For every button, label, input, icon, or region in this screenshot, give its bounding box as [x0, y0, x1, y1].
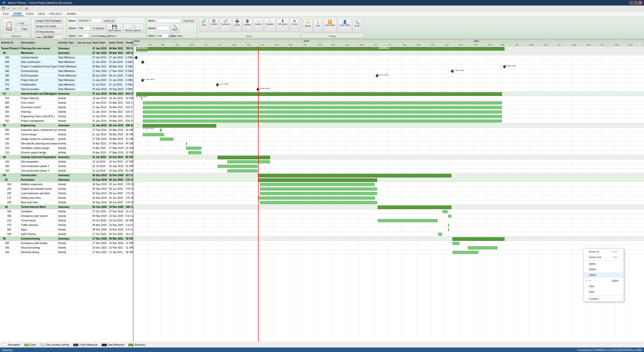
- close-btn[interactable]: ✕: [638, 1, 642, 5]
- table-row[interactable]: 340 Ventilation Activity 27 Oct 2020 07 …: [0, 209, 133, 214]
- gantt-body[interactable]: 07 Jan 201907 Jan 201921 Jan 201907 Jan …: [133, 46, 644, 342]
- menu-file[interactable]: FILE: [1, 12, 11, 16]
- save-layout-btn[interactable]: 💾 Save Layout: [106, 24, 123, 33]
- table-row[interactable]: 020 Engineering Team Lead (ETL) Activity…: [0, 114, 133, 119]
- table-row[interactable]: 140 Unit construction phase 2 Activity 2…: [0, 169, 133, 173]
- outdent-btn[interactable]: ←Outdent: [264, 18, 275, 32]
- zoom-400-item[interactable]: 400%: [584, 261, 624, 267]
- table-row[interactable]: 02 Tunnel Internal Work Summary 09 Jun 2…: [0, 205, 133, 209]
- table-row[interactable]: 250 Emergency alert testing Activity 17 …: [0, 241, 133, 246]
- delete-btn[interactable]: 🗑Delete: [242, 18, 253, 32]
- table-row[interactable]: 330 Light Fixtures Activity 17 Oct 2020 …: [0, 232, 133, 237]
- sort-btn[interactable]: ↕Sort: [313, 19, 322, 33]
- table-row[interactable]: 120 Ventilation system design Activity 2…: [0, 146, 133, 150]
- table-row[interactable]: 050 Planning Activity 21 Jan 2019 04 Mar…: [0, 110, 133, 114]
- table-row[interactable]: 03 Casting Yard and Preparation Summary …: [0, 155, 133, 160]
- table-row[interactable]: 080 Document control Activity 21 Jan 201…: [0, 105, 133, 110]
- zoom-200-item[interactable]: 200%: [584, 267, 624, 272]
- fill-down-btn[interactable]: ⬇Fill Down: [276, 18, 289, 32]
- table-row[interactable]: 350 Emergency alert system Activity 08 N…: [0, 214, 133, 218]
- table-row[interactable]: 110 Ground support design Activity 29 Ap…: [0, 150, 133, 155]
- menu-admin[interactable]: ADMIN: [65, 12, 78, 16]
- table-row[interactable]: 090 Inspection plans, assessment and re …: [0, 128, 133, 132]
- limit-list-btn[interactable]: Limit List: [103, 18, 116, 23]
- qt-redo[interactable]: ↪: [12, 6, 16, 11]
- table-row[interactable]: 310 Project Start-Up Activity 18 Jan 201…: [0, 96, 133, 101]
- table-row[interactable]: 130 Site-specific planning and preparato…: [0, 141, 133, 146]
- qt-save[interactable]: 💾: [1, 6, 6, 11]
- link-btn[interactable]: 🔗Link: [199, 18, 208, 32]
- table-row[interactable]: 05 Commissioning Summary 17 Nov 2020 09 …: [0, 237, 133, 241]
- paste-btn[interactable]: 📋 Paste: [3, 18, 15, 33]
- filter-limit-btn[interactable]: Limit List: [182, 18, 195, 23]
- layout-owner-input[interactable]: [78, 26, 90, 30]
- zoom-50-item[interactable]: 50%: [584, 289, 624, 295]
- table-row[interactable]: 320 Project Completion/Tunnel Opening Fi…: [0, 64, 133, 69]
- table-row[interactable]: 170 Drilling shot holes Activity 26 Sep …: [0, 196, 133, 200]
- table-row[interactable]: Tunnel Project Baseline Planning the new…: [0, 46, 133, 51]
- fonts-btn[interactable]: AFonts: [290, 18, 299, 32]
- table-row[interactable]: 280 Start Excavation Start Milestone 26 …: [0, 87, 133, 92]
- table-row[interactable]: 040 Commissioning Start Milestone 17 Nov…: [0, 69, 133, 73]
- qt-undo[interactable]: ↩: [6, 6, 11, 11]
- table-row[interactable]: 230 Electrical testing Activity 17 Nov 2…: [0, 250, 133, 255]
- zoom-in-item[interactable]: Zoom In Ctrl +: [584, 249, 624, 254]
- menu-data[interactable]: DATA: [24, 12, 35, 16]
- copy-btn[interactable]: 📄 Copy: [16, 26, 29, 31]
- qt-open[interactable]: 📂: [19, 6, 23, 11]
- assign-field-pkg-btn[interactable]: Assign Field Packages: [34, 18, 63, 23]
- zoom-150-item[interactable]: 150%: [584, 272, 624, 278]
- table-row[interactable]: 210 Tunnel tracks Activity 09 Jun 2020 1…: [0, 218, 133, 223]
- table-row[interactable]: 160 Mobilize equipment Activity 30 Sep 2…: [0, 182, 133, 187]
- menu-home[interactable]: HOME: [11, 12, 24, 16]
- table-row[interactable]: 060 Cost control Activity 21 Jan 2019 04…: [0, 101, 133, 105]
- indent-btn[interactable]: →Indent: [253, 18, 263, 32]
- table-row[interactable]: 190 Muck and Haul Activity 30 Sep 2019 0…: [0, 200, 133, 205]
- unlink-btn[interactable]: ⛓Unlink: [209, 18, 219, 32]
- auto-filter-btn[interactable]: 🔽Auto Filter: [323, 19, 337, 33]
- maximize-btn[interactable]: □: [634, 1, 637, 5]
- grid-body[interactable]: Tunnel Project Baseline Planning the new…: [0, 46, 133, 342]
- layout-name-input[interactable]: [77, 18, 102, 23]
- zoom-100-item[interactable]: ✓100%: [584, 278, 624, 284]
- insert-btn[interactable]: ➕Insert: [233, 18, 242, 32]
- layout-options-btn[interactable]: ▼ Options: [91, 26, 106, 31]
- table-row[interactable]: 290 End Excavation Finish Milestone 08 J…: [0, 73, 133, 78]
- table-row[interactable]: 160 Unit construction phase 1 Activity 0…: [0, 164, 133, 169]
- table-row[interactable]: 01 Administration and Management Summary…: [0, 92, 133, 96]
- id-renumbering-btn[interactable]: ID Renumbering: [34, 29, 63, 34]
- table-row[interactable]: 370 Traffic cameras Activity 08 Nov 2020…: [0, 223, 133, 227]
- filter-name-input[interactable]: [156, 18, 181, 23]
- table-row[interactable]: 04 Construction Summary 26 Sep 2019 15 N…: [0, 173, 133, 178]
- table-row[interactable]: 360 Signs Activity 08 Nov 2020 10 Nov 20…: [0, 227, 133, 232]
- break-btn[interactable]: ⚡Break: [303, 19, 313, 33]
- table-row[interactable]: 150 Site preparation Activity 22 Jul 201…: [0, 160, 133, 164]
- table-row[interactable]: 00 Milestones Summary 07 Jan 2019 09 Mar…: [0, 51, 133, 55]
- table-row[interactable]: 100 Design review for construction Activ…: [0, 137, 133, 141]
- table-row[interactable]: 180 Load explosives and blast Activity 3…: [0, 191, 133, 196]
- table-row[interactable]: 240 Structural testing Activity 20 Dec 2…: [0, 246, 133, 250]
- find-btn[interactable]: 🔍Find: [352, 19, 362, 33]
- table-row[interactable]: 02 Engineering Summary 21 Jan 2019 28 Ju…: [0, 123, 133, 128]
- user-filter-btn[interactable]: 👤User Filter: [338, 19, 352, 33]
- table-row[interactable]: 200 Support and dewater tunnel Activity …: [0, 187, 133, 191]
- filters-btn[interactable]: 🔍 Filters: [170, 24, 180, 33]
- qt-print[interactable]: 🖨: [24, 6, 29, 11]
- recent-layouts-btn[interactable]: 🕒 Recent Layouts -: [123, 24, 144, 33]
- table-row[interactable]: 070 Tunnel design Activity 21 Jan 2019 0…: [0, 132, 133, 137]
- assign-link-fields-btn[interactable]: Assign Link Fields: [34, 24, 63, 29]
- menu-view[interactable]: VIEW: [36, 12, 47, 16]
- autolink-btn[interactable]: 🔗AutoLink: [220, 18, 232, 32]
- cut-btn[interactable]: ✂ Cut: [16, 21, 29, 26]
- zoom-out-item[interactable]: Zoom Out Ctrl -: [584, 254, 624, 260]
- menu-project[interactable]: PROJECT: [47, 12, 64, 16]
- table-row[interactable]: 260 Project Kick-off Start Milestone 21 …: [0, 78, 133, 83]
- table-row[interactable]: 010 Project management Activity 21 Jan 2…: [0, 119, 133, 123]
- zoom-75-item[interactable]: 75%: [584, 284, 624, 289]
- table-row[interactable]: 030 Start construction Start Milestone 2…: [0, 60, 133, 64]
- minimize-btn[interactable]: ─: [629, 1, 633, 5]
- table-row[interactable]: 300 Contract Award Start Milestone 07 Ja…: [0, 55, 133, 60]
- filter-owner-input[interactable]: [157, 26, 169, 30]
- table-row[interactable]: 270 Prefabrication Start Milestone 01 Ju…: [0, 83, 133, 87]
- table-row[interactable]: 01 Excavation Summary 26 Sep 2019 08 Jun…: [0, 178, 133, 182]
